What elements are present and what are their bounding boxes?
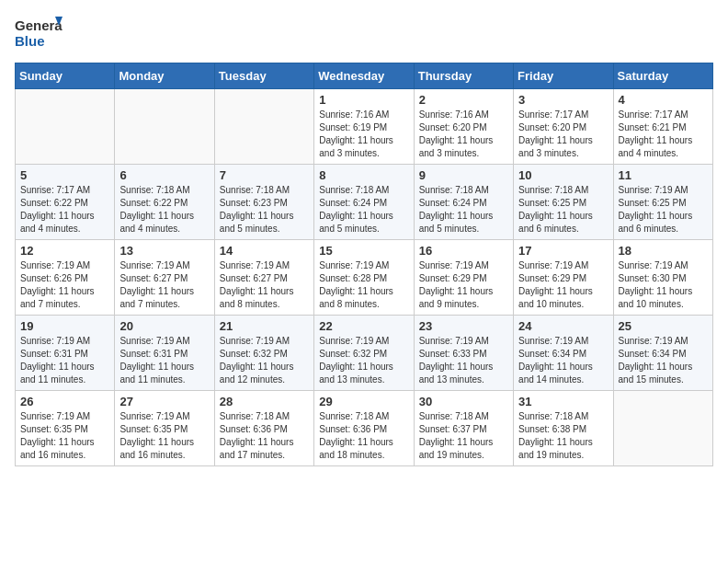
day-number: 29: [319, 395, 408, 408]
day-info: Sunrise: 7:19 AM Sunset: 6:34 PM Dayligh…: [619, 335, 708, 386]
day-info: Sunrise: 7:19 AM Sunset: 6:34 PM Dayligh…: [518, 335, 608, 386]
calendar-week-row: 5Sunrise: 7:17 AM Sunset: 6:22 PM Daylig…: [16, 165, 713, 240]
day-info: Sunrise: 7:19 AM Sunset: 6:33 PM Dayligh…: [419, 335, 508, 386]
day-info: Sunrise: 7:16 AM Sunset: 6:19 PM Dayligh…: [319, 109, 408, 160]
day-info: Sunrise: 7:19 AM Sunset: 6:35 PM Dayligh…: [20, 410, 109, 462]
calendar-cell: 18Sunrise: 7:19 AM Sunset: 6:30 PM Dayli…: [613, 240, 712, 316]
day-number: 4: [619, 93, 708, 107]
calendar-cell: 19Sunrise: 7:19 AM Sunset: 6:31 PM Dayli…: [16, 316, 115, 391]
calendar-table: SundayMondayTuesdayWednesdayThursdayFrid…: [15, 63, 713, 466]
day-number: 14: [220, 244, 309, 258]
calendar-cell: 8Sunrise: 7:18 AM Sunset: 6:24 PM Daylig…: [314, 165, 414, 240]
day-number: 26: [20, 395, 109, 408]
calendar-cell: 1Sunrise: 7:16 AM Sunset: 6:19 PM Daylig…: [314, 89, 414, 165]
calendar-cell: 27Sunrise: 7:19 AM Sunset: 6:35 PM Dayli…: [115, 391, 214, 466]
weekday-header: Sunday: [16, 63, 115, 89]
calendar-week-row: 12Sunrise: 7:19 AM Sunset: 6:26 PM Dayli…: [16, 240, 713, 316]
day-info: Sunrise: 7:19 AM Sunset: 6:25 PM Dayligh…: [619, 184, 708, 236]
logo-svg: General Blue: [15, 15, 63, 52]
calendar-cell: 25Sunrise: 7:19 AM Sunset: 6:34 PM Dayli…: [613, 316, 712, 391]
calendar-cell: 11Sunrise: 7:19 AM Sunset: 6:25 PM Dayli…: [613, 165, 712, 240]
calendar-cell: 28Sunrise: 7:18 AM Sunset: 6:36 PM Dayli…: [214, 391, 313, 466]
day-info: Sunrise: 7:19 AM Sunset: 6:32 PM Dayligh…: [220, 335, 309, 386]
day-number: 6: [119, 168, 209, 182]
day-info: Sunrise: 7:19 AM Sunset: 6:27 PM Dayligh…: [220, 259, 309, 311]
calendar-cell: 2Sunrise: 7:16 AM Sunset: 6:20 PM Daylig…: [414, 89, 513, 165]
calendar-cell: 26Sunrise: 7:19 AM Sunset: 6:35 PM Dayli…: [16, 391, 115, 466]
day-info: Sunrise: 7:19 AM Sunset: 6:28 PM Dayligh…: [319, 259, 408, 311]
calendar-cell: 17Sunrise: 7:19 AM Sunset: 6:29 PM Dayli…: [514, 240, 613, 316]
day-info: Sunrise: 7:18 AM Sunset: 6:24 PM Dayligh…: [319, 184, 408, 236]
calendar-cell: [16, 89, 115, 165]
day-number: 1: [319, 93, 408, 107]
day-number: 8: [319, 168, 408, 182]
calendar-cell: 21Sunrise: 7:19 AM Sunset: 6:32 PM Dayli…: [214, 316, 313, 391]
calendar-cell: 12Sunrise: 7:19 AM Sunset: 6:26 PM Dayli…: [16, 240, 115, 316]
calendar-week-row: 26Sunrise: 7:19 AM Sunset: 6:35 PM Dayli…: [16, 391, 713, 466]
day-info: Sunrise: 7:18 AM Sunset: 6:23 PM Dayligh…: [220, 184, 309, 236]
day-info: Sunrise: 7:19 AM Sunset: 6:32 PM Dayligh…: [319, 335, 408, 386]
day-number: 19: [20, 319, 109, 333]
day-info: Sunrise: 7:18 AM Sunset: 6:36 PM Dayligh…: [319, 410, 408, 462]
calendar-cell: 15Sunrise: 7:19 AM Sunset: 6:28 PM Dayli…: [314, 240, 414, 316]
day-number: 2: [419, 93, 508, 107]
calendar-cell: 10Sunrise: 7:18 AM Sunset: 6:25 PM Dayli…: [514, 165, 613, 240]
svg-text:Blue: Blue: [15, 33, 45, 49]
calendar-cell: 9Sunrise: 7:18 AM Sunset: 6:24 PM Daylig…: [414, 165, 513, 240]
calendar-cell: 4Sunrise: 7:17 AM Sunset: 6:21 PM Daylig…: [613, 89, 712, 165]
calendar-cell: 20Sunrise: 7:19 AM Sunset: 6:31 PM Dayli…: [115, 316, 214, 391]
day-info: Sunrise: 7:18 AM Sunset: 6:25 PM Dayligh…: [518, 184, 608, 236]
day-info: Sunrise: 7:17 AM Sunset: 6:20 PM Dayligh…: [518, 109, 608, 160]
day-info: Sunrise: 7:18 AM Sunset: 6:38 PM Dayligh…: [518, 410, 608, 462]
day-number: 11: [619, 168, 708, 182]
day-info: Sunrise: 7:19 AM Sunset: 6:29 PM Dayligh…: [518, 259, 608, 311]
day-number: 20: [119, 319, 209, 333]
day-number: 7: [220, 168, 309, 182]
day-info: Sunrise: 7:19 AM Sunset: 6:27 PM Dayligh…: [119, 259, 209, 311]
day-number: 16: [419, 244, 508, 258]
day-info: Sunrise: 7:19 AM Sunset: 6:26 PM Dayligh…: [20, 259, 109, 311]
day-number: 21: [220, 319, 309, 333]
calendar-week-row: 19Sunrise: 7:19 AM Sunset: 6:31 PM Dayli…: [16, 316, 713, 391]
day-number: 3: [518, 93, 608, 107]
svg-text:General: General: [15, 17, 63, 33]
weekday-header: Friday: [514, 63, 613, 89]
calendar-cell: 16Sunrise: 7:19 AM Sunset: 6:29 PM Dayli…: [414, 240, 513, 316]
day-number: 9: [419, 168, 508, 182]
day-number: 31: [518, 395, 608, 408]
weekday-header-row: SundayMondayTuesdayWednesdayThursdayFrid…: [16, 63, 713, 89]
calendar-week-row: 1Sunrise: 7:16 AM Sunset: 6:19 PM Daylig…: [16, 89, 713, 165]
day-info: Sunrise: 7:19 AM Sunset: 6:31 PM Dayligh…: [20, 335, 109, 386]
day-number: 22: [319, 319, 408, 333]
day-info: Sunrise: 7:19 AM Sunset: 6:35 PM Dayligh…: [119, 410, 209, 462]
calendar-cell: [214, 89, 313, 165]
day-info: Sunrise: 7:17 AM Sunset: 6:22 PM Dayligh…: [20, 184, 109, 236]
day-number: 27: [119, 395, 209, 408]
calendar-cell: 14Sunrise: 7:19 AM Sunset: 6:27 PM Dayli…: [214, 240, 313, 316]
day-number: 10: [518, 168, 608, 182]
weekday-header: Wednesday: [314, 63, 414, 89]
day-number: 23: [419, 319, 508, 333]
weekday-header: Monday: [115, 63, 214, 89]
day-number: 30: [419, 395, 508, 408]
day-number: 28: [220, 395, 309, 408]
day-number: 25: [619, 319, 708, 333]
calendar-cell: 24Sunrise: 7:19 AM Sunset: 6:34 PM Dayli…: [514, 316, 613, 391]
calendar-cell: 30Sunrise: 7:18 AM Sunset: 6:37 PM Dayli…: [414, 391, 513, 466]
weekday-header: Thursday: [414, 63, 513, 89]
calendar-cell: 31Sunrise: 7:18 AM Sunset: 6:38 PM Dayli…: [514, 391, 613, 466]
day-info: Sunrise: 7:18 AM Sunset: 6:37 PM Dayligh…: [419, 410, 508, 462]
logo: General Blue: [15, 15, 63, 52]
calendar-cell: 3Sunrise: 7:17 AM Sunset: 6:20 PM Daylig…: [514, 89, 613, 165]
calendar-cell: [115, 89, 214, 165]
day-info: Sunrise: 7:18 AM Sunset: 6:36 PM Dayligh…: [220, 410, 309, 462]
calendar-cell: 5Sunrise: 7:17 AM Sunset: 6:22 PM Daylig…: [16, 165, 115, 240]
day-info: Sunrise: 7:19 AM Sunset: 6:29 PM Dayligh…: [419, 259, 508, 311]
day-number: 24: [518, 319, 608, 333]
day-number: 12: [20, 244, 109, 258]
day-number: 5: [20, 168, 109, 182]
page-header: General Blue: [15, 15, 713, 52]
calendar-cell: 23Sunrise: 7:19 AM Sunset: 6:33 PM Dayli…: [414, 316, 513, 391]
day-info: Sunrise: 7:17 AM Sunset: 6:21 PM Dayligh…: [619, 109, 708, 160]
calendar-cell: [613, 391, 712, 466]
